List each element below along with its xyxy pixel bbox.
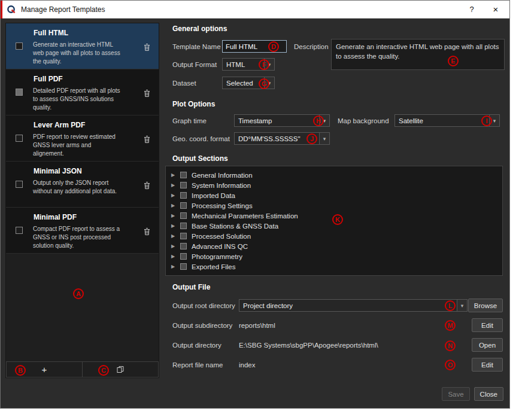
template-item-minimal-pdf[interactable]: Minimal PDF Compact PDF report to assess…	[6, 208, 159, 254]
chevron-down-icon: ▾	[457, 300, 467, 311]
template-description: Generate an interactive HTML web page wi…	[33, 41, 123, 66]
template-description: Compact PDF report to assess a GNSS or I…	[33, 225, 123, 250]
template-title: Lever Arm PDF	[34, 121, 159, 129]
report-file-name-value: index	[239, 361, 256, 369]
section-checkbox[interactable]	[180, 253, 187, 260]
expand-icon[interactable]: ▶	[171, 264, 177, 269]
expand-icon[interactable]: ▶	[171, 203, 177, 208]
description-input[interactable]: Generate an interactive HTML web page wi…	[331, 39, 505, 70]
expand-icon[interactable]: ▶	[171, 254, 177, 259]
window-accent-edge	[1, 1, 2, 19]
report-file-name-label: Report file name	[172, 361, 223, 369]
output-format-label: Output Format	[172, 61, 217, 68]
template-checkbox[interactable]	[16, 89, 23, 96]
window-title: Manage Report Templates	[21, 5, 105, 14]
template-description: PDF report to review estimated GNSS leve…	[33, 133, 123, 158]
section-row[interactable]: ▶Imported Data	[166, 190, 502, 200]
edit-file-name-button[interactable]: Edit	[472, 358, 503, 372]
geo-coord-format-label: Geo. coord. format	[172, 135, 230, 142]
expand-icon[interactable]: ▶	[171, 172, 177, 178]
graph-time-select[interactable]: Timestamp ▾	[234, 114, 330, 127]
output-sections-tree: ▶General Information ▶System Information…	[165, 166, 503, 276]
section-row[interactable]: ▶Advanced INS QC	[166, 241, 502, 251]
trash-icon[interactable]	[144, 43, 150, 54]
plot-options-header: Plot Options	[172, 100, 215, 108]
section-row[interactable]: ▶Photogrammetry	[166, 251, 502, 261]
section-row[interactable]: ▶Mechanical Parameters Estimation	[166, 211, 502, 221]
chevron-down-icon: ▾	[264, 59, 274, 70]
duplicate-template-button[interactable]	[83, 361, 159, 378]
chevron-down-icon: ▾	[319, 133, 329, 144]
close-window-button[interactable]: ×	[482, 4, 509, 14]
output-root-directory-select[interactable]: Project directory ▾	[239, 299, 468, 312]
template-name-input[interactable]	[222, 40, 287, 53]
section-checkbox[interactable]	[180, 233, 187, 239]
template-title: Minimal JSON	[34, 167, 159, 175]
template-list-toolbar: +	[6, 361, 159, 378]
template-checkbox[interactable]	[16, 181, 23, 188]
dialog-footer: Save Close	[442, 387, 503, 401]
trash-icon[interactable]	[144, 227, 150, 238]
section-checkbox[interactable]	[180, 243, 187, 249]
expand-icon[interactable]: ▶	[171, 233, 177, 239]
expand-icon[interactable]: ▶	[171, 213, 177, 218]
expand-icon[interactable]: ▶	[171, 223, 177, 229]
template-checkbox[interactable]	[16, 135, 23, 142]
output-root-directory-label: Output root directory	[172, 302, 235, 309]
section-checkbox[interactable]	[180, 202, 187, 209]
chevron-down-icon: ▾	[319, 115, 329, 126]
template-item-full-html[interactable]: Full HTML Generate an interactive HTML w…	[6, 23, 159, 69]
section-checkbox[interactable]	[180, 172, 187, 178]
expand-icon[interactable]: ▶	[171, 244, 177, 249]
section-row[interactable]: ▶Exported Files	[166, 261, 502, 272]
output-file-header: Output File	[172, 283, 210, 291]
trash-icon[interactable]	[144, 135, 150, 146]
section-checkbox[interactable]	[180, 223, 187, 229]
map-background-select[interactable]: Satellite ▾	[394, 114, 500, 127]
edit-subdirectory-button[interactable]: Edit	[472, 318, 503, 332]
trash-icon[interactable]	[144, 89, 150, 100]
expand-icon[interactable]: ▶	[171, 182, 177, 188]
output-directory-label: Output directory	[172, 342, 221, 349]
template-checkbox[interactable]	[16, 42, 23, 50]
template-checkbox[interactable]	[16, 227, 23, 234]
save-button[interactable]: Save	[442, 387, 469, 401]
template-title: Minimal PDF	[34, 213, 159, 221]
dataset-select[interactable]: Selected ▾	[222, 77, 275, 89]
output-sections-header: Output Sections	[172, 154, 228, 163]
open-directory-button[interactable]: Open	[472, 338, 503, 352]
output-format-select[interactable]: HTML ▾	[222, 58, 275, 71]
help-button[interactable]: ?	[462, 5, 482, 14]
template-name-label: Template Name	[172, 43, 221, 50]
chevron-down-icon: ▾	[489, 115, 499, 126]
expand-icon[interactable]: ▶	[171, 193, 177, 198]
geo-coord-format-select[interactable]: DD°MM'SS.SSSSS" ▾	[234, 132, 330, 145]
section-checkbox[interactable]	[180, 263, 187, 270]
section-row[interactable]: ▶Processed Solution	[166, 231, 502, 241]
template-description: Detailed PDF report with all plots to as…	[33, 87, 123, 112]
section-checkbox[interactable]	[180, 192, 187, 199]
template-item-full-pdf[interactable]: Full PDF Detailed PDF report with all pl…	[6, 69, 159, 115]
section-checkbox[interactable]	[180, 212, 187, 219]
template-editor-panel: General options Template Name Descriptio…	[165, 19, 506, 409]
general-options-header: General options	[172, 25, 227, 33]
section-checkbox[interactable]	[180, 182, 187, 188]
app-logo-icon	[7, 5, 16, 14]
add-template-button[interactable]: +	[6, 361, 83, 378]
section-row[interactable]: ▶Base Stations & GNSS Data	[166, 221, 502, 231]
section-row[interactable]: ▶General Information	[166, 170, 502, 180]
section-row[interactable]: ▶System Information	[166, 180, 502, 190]
template-item-lever-arm-pdf[interactable]: Lever Arm PDF PDF report to review estim…	[6, 115, 159, 162]
close-button[interactable]: Close	[474, 387, 503, 401]
output-subdirectory-value: reports\html	[239, 322, 275, 329]
template-title: Full HTML	[34, 29, 159, 37]
output-directory-value: E:\SBG Systems\sbgPP\Apogee\reports\html…	[239, 342, 378, 349]
title-bar: Manage Report Templates ? ×	[1, 1, 509, 19]
description-label: Description	[294, 43, 329, 50]
dataset-label: Dataset	[172, 80, 196, 87]
browse-button[interactable]: Browse	[468, 299, 503, 312]
template-item-minimal-json[interactable]: Minimal JSON Output only the JSON report…	[6, 162, 159, 208]
template-title: Full PDF	[34, 75, 159, 83]
trash-icon[interactable]	[144, 181, 150, 192]
section-row[interactable]: ▶Processing Settings	[166, 200, 502, 211]
